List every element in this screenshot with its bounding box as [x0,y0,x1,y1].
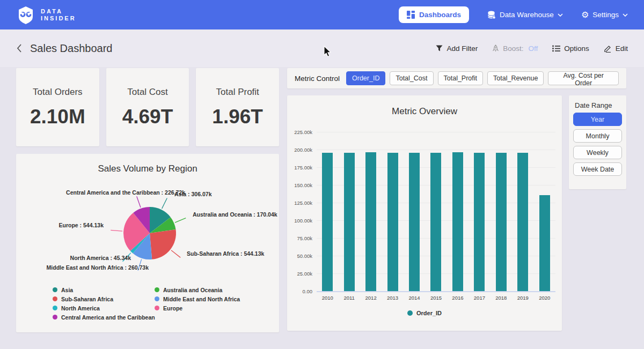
options-label: Options [564,44,589,53]
data-warehouse-menu[interactable]: Data Warehouse [487,11,563,19]
pencil-icon [604,44,612,53]
bar-plot: 225.00k200.00k175.00k150.00k125.00k100.0… [317,132,555,292]
boost-label: Boost: [503,44,523,53]
pie-legend-sub-saharan-africa[interactable]: Sub-Saharan Africa [53,294,155,303]
pie-legend-middle-east-and-north-africa[interactable]: Middle East and North Africa [155,294,240,303]
bar-2017[interactable] [474,153,485,292]
bar-2010[interactable] [322,153,333,292]
legend-dot [53,296,57,301]
y-tick-label: 25.00k [297,271,312,277]
bar-2011[interactable] [344,153,355,292]
bar-2012[interactable] [365,152,376,292]
navbar-menu: Dashboards Data Warehouse ⚙ Settings [399,6,628,23]
gear-icon: ⚙ [581,11,589,19]
settings-menu[interactable]: ⚙ Settings [581,11,628,19]
pie-legend-australia-and-oceania[interactable]: Australia and Oceania [155,285,240,294]
edit-label: Edit [616,44,628,53]
metric-chip-total-profit[interactable]: Total_Profit [438,71,484,85]
metric-chip-total-revenue[interactable]: Total_Revenue [487,71,544,85]
pie-leader-line [175,218,186,223]
y-tick-label: 100.00k [294,218,312,224]
pie-label-sub-saharan-africa: Sub-Saharan Africa : 544.13k [187,250,264,257]
pie-label-north-america: North America : 45.34k [70,255,131,261]
kpi-value: 2.10M [16,106,99,128]
pie-legend-label: Sub-Saharan Africa [61,296,113,302]
kpi-label: Total Profit [196,87,279,98]
rocket-icon [492,44,499,52]
page-title: Sales Dashboard [30,42,112,55]
date-range-buttons: YearMonthlyWeeklyWeek Date [573,113,622,176]
back-button[interactable] [16,43,23,53]
pie-leader-line [111,230,122,231]
bar-2015[interactable] [430,153,441,292]
pie-legend-label: Middle East and North Africa [163,296,240,302]
brand-line1: DATA [41,8,76,15]
kpi-card-total-orders: Total Orders2.10M [16,68,99,146]
date-range-label: Date Range [575,101,622,109]
legend-dot [53,315,57,320]
pie-legend-central-america-and-the-caribbean[interactable]: Central America and the Caribbean [53,313,155,322]
x-tick-label: 2010 [320,295,335,301]
pie-legend-north-america[interactable]: North America [53,303,155,313]
y-tick-label: 150.00k [294,182,312,188]
bar-2014[interactable] [409,153,420,292]
date-range-monthly[interactable]: Monthly [573,129,622,143]
dashboard-header: Sales Dashboard Add Filter Boost:Off Opt… [0,29,644,67]
date-range-week-date[interactable]: Week Date [573,162,622,176]
pie-label-europe: Europe : 544.13k [59,222,104,228]
kpi-card-total-profit: Total Profit1.96T [196,68,279,146]
pie-legend-europe[interactable]: Europe [155,303,240,313]
metric-overview-card: Metric Overview 225.00k200.00k175.00k150… [287,95,562,331]
pie-legend-label: Central America and the Caribbean [61,314,155,321]
kpi-value: 4.69T [106,106,189,128]
boost-status: Off [528,44,538,53]
metric-control-label: Metric Control [295,75,340,83]
date-range-year[interactable]: Year [573,113,622,126]
boost-toggle[interactable]: Boost:Off [492,44,538,53]
bar-chart-title: Metric Overview [287,95,562,117]
x-tick-label: 2014 [407,295,422,301]
metric-chip-order-id[interactable]: Order_ID [346,71,385,85]
bar-2018[interactable] [496,153,507,292]
brand-line2: INSIDER [41,15,76,22]
kpi-row: Total Orders2.10MTotal Cost4.69TTotal Pr… [16,68,279,146]
pie-legend-label: Asia [61,287,73,293]
y-tick-label: 0.00 [303,288,313,294]
edit-button[interactable]: Edit [604,44,628,53]
pie-leader-line [162,198,167,209]
add-filter-button[interactable]: Add Filter [436,44,478,53]
bar-2016[interactable] [452,152,463,292]
add-filter-label: Add Filter [447,44,478,53]
pie-leader-line [137,196,141,207]
bar-2020[interactable] [539,195,550,292]
date-range-card: Date Range YearMonthlyWeeklyWeek Date [569,95,626,189]
bar-2019[interactable] [517,153,528,292]
pie-legend-label: Australia and Oceania [163,287,222,293]
metric-chip-avg-cost-per-order[interactable]: Avg. Cost per Order [548,71,619,85]
y-tick-label: 50.00k [297,253,312,259]
metric-chip-list: Order_IDTotal_CostTotal_ProfitTotal_Reve… [346,71,619,85]
chevron-left-icon [16,43,23,53]
pie-slice-sub-saharan-africa[interactable] [150,229,176,259]
pie-label-central-america-and-the-caribbean: Central America and the Caribbean : 226.… [66,189,185,196]
x-tick-label: 2012 [363,295,378,301]
pie-legend-asia[interactable]: Asia [53,285,155,294]
pie-legend-label: North America [61,305,100,311]
bar-2013[interactable] [387,153,398,292]
bar-series [317,132,555,292]
bar-legend[interactable]: Order_ID [287,310,562,316]
x-tick-label: 2018 [494,295,509,301]
pie-leader-line [171,250,180,258]
metric-chip-total-cost[interactable]: Total_Cost [390,71,433,85]
dashboards-button[interactable]: Dashboards [399,6,469,23]
options-button[interactable]: Options [552,44,589,53]
x-axis-line [317,291,555,292]
y-tick-label: 125.00k [294,200,312,206]
sales-volume-card: Sales Volume by Region AsiaSub-Saharan A… [16,154,279,332]
x-tick-label: 2013 [385,295,400,301]
brand[interactable]: DATA INSIDER [16,5,76,25]
dashboards-label: Dashboards [419,11,461,19]
dashboard-grid-icon [407,11,415,19]
x-tick-label: 2020 [537,295,552,301]
date-range-weekly[interactable]: Weekly [573,146,622,159]
